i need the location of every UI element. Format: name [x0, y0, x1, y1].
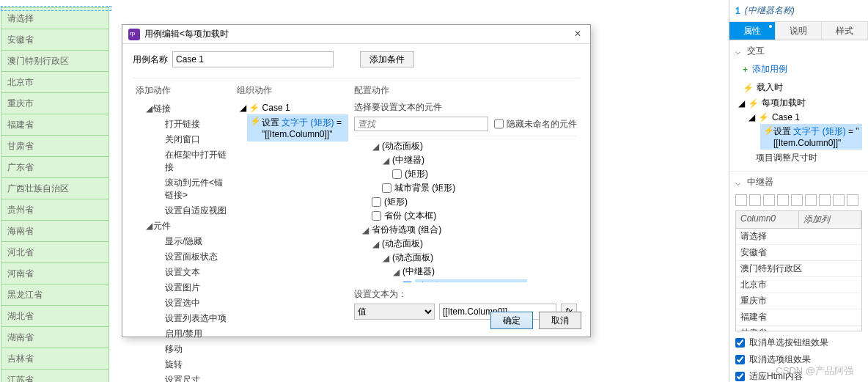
toolbar-icon[interactable] — [833, 194, 845, 206]
tree-item[interactable]: (矩形) — [405, 168, 428, 180]
opt-isolate-select[interactable]: 取消选项组效果 — [735, 351, 862, 368]
table-row[interactable]: 请选择 — [736, 229, 861, 245]
list-item[interactable]: 江苏省 — [1, 370, 109, 382]
list-item[interactable]: 甘肃省 — [1, 136, 109, 157]
tree-item[interactable]: (中继器) — [392, 154, 424, 166]
toolbar-icon[interactable] — [819, 194, 831, 206]
tree-checkbox[interactable] — [372, 197, 381, 207]
toolbar-icon[interactable] — [749, 194, 761, 206]
case-name-input[interactable] — [172, 51, 334, 67]
value-type-select[interactable]: 值 — [354, 304, 435, 320]
tree-group-widgets[interactable]: ◢元件 — [136, 218, 231, 234]
table-row[interactable]: 安徽省 — [736, 245, 861, 261]
tree-item[interactable]: (动态面板) — [382, 238, 423, 250]
table-row[interactable]: 福建省 — [736, 309, 861, 326]
list-item[interactable]: 贵州省 — [1, 199, 109, 221]
table-row[interactable]: 重庆市 — [736, 293, 861, 309]
list-item[interactable]: 河南省 — [1, 263, 109, 284]
chevron-down-icon[interactable]: ⌵ — [735, 177, 743, 188]
selected-target-row[interactable]: (矩形) to "[[Item.Column0]]" — [354, 279, 577, 282]
tree-item[interactable]: 设置选中 — [146, 295, 231, 311]
action-node[interactable]: ⚡ 设置 文字于 (矩形) = "[[Item.Column0]]" — [247, 114, 348, 142]
opt-isolate-radio[interactable]: 取消单选按钮组效果 — [735, 334, 862, 351]
list-item[interactable]: 海南省 — [1, 221, 109, 242]
tree-item[interactable]: 省份待选项 (组合) — [372, 224, 441, 236]
tree-checkbox[interactable] — [392, 169, 402, 179]
widget-search-input[interactable] — [354, 117, 488, 131]
dialog-titlebar[interactable]: 用例编辑<每项加载时 ✕ — [122, 25, 590, 44]
event-itemresize[interactable]: 项目调整尺寸时 — [735, 150, 862, 166]
toolbar-icon[interactable] — [791, 194, 803, 206]
chevron-down-icon[interactable]: ⌵ — [735, 46, 743, 56]
table-row[interactable]: 北京市 — [736, 277, 861, 293]
tree-item[interactable]: 省份 (文本框) — [384, 210, 436, 222]
tab-style[interactable]: 样式 — [822, 22, 868, 40]
chevron-down-icon[interactable]: ◢ — [749, 112, 755, 122]
add-case-link[interactable]: +添加用例 — [735, 62, 862, 80]
widget-name[interactable]: (中继器名称) — [745, 4, 795, 17]
tree-item[interactable]: 设置图片 — [146, 280, 231, 295]
tree-item[interactable]: (动态面板) — [382, 140, 423, 153]
data-table-body[interactable]: 请选择 安徽省 澳门特别行政区 北京市 重庆市 福建省 甘肃省 广东省 广西壮族… — [735, 229, 862, 331]
list-item[interactable]: 河北省 — [1, 242, 109, 263]
list-item[interactable]: 请选择 — [1, 8, 109, 29]
tree-checkbox[interactable] — [372, 211, 381, 221]
column-header[interactable]: Column0 — [736, 211, 799, 228]
tree-item[interactable]: 旋转 — [146, 357, 231, 372]
tree-group-links[interactable]: ◢链接 — [136, 101, 231, 117]
list-item[interactable]: 福建省 — [1, 114, 109, 136]
list-item[interactable]: 黑龙江省 — [1, 284, 109, 306]
opt-fit-html[interactable]: 适应Html内容 — [735, 368, 862, 382]
toolbar-icon[interactable] — [805, 194, 817, 206]
tree-checkbox[interactable] — [382, 183, 391, 193]
list-item[interactable]: 湖北省 — [1, 306, 109, 327]
event-onload[interactable]: 载入时 — [757, 81, 783, 94]
list-item[interactable]: 重庆市 — [1, 93, 109, 114]
tree-item[interactable]: (矩形) — [384, 196, 408, 208]
list-item[interactable]: 湖南省 — [1, 327, 109, 348]
tab-properties[interactable]: 属性 — [729, 22, 776, 40]
ok-button[interactable]: 确定 — [490, 312, 533, 329]
configure-action-header: 配置动作 — [354, 84, 577, 97]
toolbar-icon[interactable] — [735, 194, 747, 206]
tree-item[interactable]: 在框架中打开链接 — [146, 147, 231, 175]
tree-item[interactable]: 城市背景 (矩形) — [394, 182, 455, 194]
list-item[interactable]: 北京市 — [1, 72, 109, 93]
add-condition-button[interactable]: 添加条件 — [360, 51, 414, 67]
close-icon[interactable]: ✕ — [571, 28, 584, 41]
tree-item[interactable]: 设置尺寸 — [146, 372, 231, 382]
tree-item[interactable]: 设置面板状态 — [146, 249, 231, 265]
tree-checkbox[interactable] — [402, 282, 412, 282]
table-row[interactable]: 澳门特别行政区 — [736, 261, 861, 277]
tree-item[interactable]: 显示/隐藏 — [146, 234, 231, 249]
province-repeater[interactable]: 请选择 安徽省 澳门特别行政区 北京市 重庆市 福建省 甘肃省 广东省 广西壮族… — [1, 7, 109, 382]
tree-item[interactable]: (中继器) — [402, 265, 435, 278]
toolbar-icon[interactable] — [763, 194, 775, 206]
tree-item[interactable]: 设置自适应视图 — [146, 203, 231, 218]
table-row[interactable]: 甘肃省 — [736, 326, 861, 331]
list-item[interactable]: 广东省 — [1, 157, 109, 178]
add-column-header[interactable]: 添加列 — [799, 211, 862, 228]
tree-item[interactable]: 关闭窗口 — [146, 132, 231, 147]
event-itemload[interactable]: 每项加载时 — [762, 97, 806, 109]
tree-item[interactable]: 启用/禁用 — [146, 326, 231, 342]
list-item[interactable]: 广西壮族自治区 — [1, 178, 109, 199]
tree-item[interactable]: 设置文本 — [146, 265, 231, 280]
case-node[interactable]: ◢ ⚡ Case 1 — [237, 101, 348, 114]
tab-notes[interactable]: 说明 — [776, 22, 822, 40]
list-item[interactable]: 吉林省 — [1, 348, 109, 370]
tree-item[interactable]: 移动 — [146, 342, 231, 357]
tree-item[interactable]: (动态面板) — [392, 251, 433, 264]
list-item[interactable]: 澳门特别行政区 — [1, 51, 109, 72]
action-node[interactable]: ⚡ 设置 文字于 (矩形) = "[[Item.Column0]]" — [760, 124, 862, 150]
tree-item[interactable]: 滚动到元件<锚链接> — [146, 175, 231, 203]
hide-unnamed-checkbox[interactable]: 隐藏未命名的元件 — [494, 117, 577, 131]
tree-item[interactable]: 打开链接 — [146, 117, 231, 132]
toolbar-icon[interactable] — [847, 194, 858, 206]
toolbar-icon[interactable] — [777, 194, 789, 206]
case-node[interactable]: Case 1 — [772, 112, 800, 122]
list-item[interactable]: 安徽省 — [1, 29, 109, 51]
chevron-down-icon[interactable]: ◢ — [738, 98, 745, 109]
tree-item[interactable]: 设置列表选中项 — [146, 311, 231, 326]
cancel-button[interactable]: 取消 — [539, 312, 581, 329]
